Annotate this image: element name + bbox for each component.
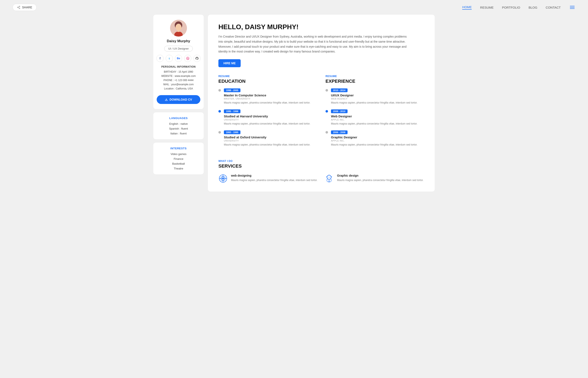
service-item-2: Graphic design Mauris magna sapien, phar… [324,174,424,183]
behance-icon[interactable]: Be [175,55,182,62]
avatar [170,20,187,37]
edu-title-1: Master In Computer Science [224,94,310,97]
download-label: DOWNLOAD CV [170,98,192,101]
edu-sub-1: MASTER, UNIVERSITY [224,97,310,100]
download-cv-button[interactable]: DOWNLOAD CV [157,95,200,104]
education-item-1: 1998 - 2005 Master In Computer Science M… [218,88,317,105]
nav-contact[interactable]: CONTACT [546,6,561,9]
social-icons: f t Be [157,55,200,62]
exp-desc-3: Mauris magna sapien, pharetra consectetu… [331,143,417,147]
service-desc-2: Mauris magna sapien, pharetra consectetu… [337,178,424,182]
education-section: RESUME EDUCATION 1998 - 2005 Master In C… [218,75,317,151]
service-title-2: Graphic design [337,174,424,177]
services-label: WHAT I DO [218,160,424,162]
experience-title: EXPERIENCE [325,79,424,84]
timeline-dot-3 [218,131,221,134]
share-label: SHARE [22,6,32,9]
timeline-dot-1 [218,89,221,92]
web-design-icon [218,174,228,183]
exp-badge-1: 2010 - 2014 [331,88,347,92]
exp-dot-3 [325,131,328,134]
exp-sub-2: Apple Inc. [331,119,417,121]
service-desc-1: Mauris magna sapien, pharetra consectetu… [231,178,318,182]
birthday-info: BIRTHDAY : 15 April 1990 [157,70,200,73]
services-title: SERVICES [218,163,424,169]
svg-line-4 [18,7,19,7]
profile-title: UI / UX Designer [164,46,193,52]
nav-blog[interactable]: BLOG [529,6,537,9]
svg-point-7 [175,24,181,30]
experience-section: RESUME EXPERIENCE 2010 - 2014 UI/UX Desi… [325,75,424,151]
dribbble-icon[interactable] [184,55,191,62]
phone-info: PHONE : +1 123 000 4444 [157,79,200,82]
education-item-3: 1993 - 1995 Studied at Oxford University… [218,130,317,147]
topnav: SHARE HOME RESUME PORTFOLIO BLOG CONTACT [0,0,588,15]
share-button[interactable]: SHARE [13,4,37,11]
exp-title-3: Graphic Designer [331,135,417,139]
share-icon [17,6,20,9]
experience-item-1: 2010 - 2014 UI/UX Designer Web Agency Ma… [325,88,424,105]
edu-desc-3: Mauris magna sapien, pharetra consectetu… [224,143,310,147]
nav-resume[interactable]: RESUME [480,6,494,9]
nav-links: HOME RESUME PORTFOLIO BLOG CONTACT [462,5,575,10]
edu-badge-1: 1998 - 2005 [224,88,241,92]
svg-line-3 [18,8,19,8]
exp-badge-2: 2008 - 2010 [331,109,347,113]
experience-resume-label: RESUME [325,75,424,78]
interest-4: Theatre [174,167,183,170]
interest-2: Finance [174,157,183,161]
education-resume-label: RESUME [218,75,317,78]
services-section: WHAT I DO SERVICES web designin [218,160,424,183]
twitter-icon[interactable]: t [166,55,173,62]
exp-dot-1 [325,89,328,92]
service-item-1: web designing Mauris magna sapien, phare… [218,174,318,183]
resume-row: RESUME EDUCATION 1998 - 2005 Master In C… [218,75,424,151]
exp-title-1: UI/UX Designer [331,94,417,97]
edu-sub-3: UNIVERSITY [224,139,310,142]
page-description: I'm Creative Director and UI/UX Designer… [218,34,407,54]
edu-badge-2: 1995 - 1998 [224,109,241,113]
nav-home[interactable]: HOME [462,5,472,10]
languages-title: LANGUAGES [169,117,188,120]
svg-point-2 [19,8,20,9]
experience-item-2: 2008 - 2010 Web Designer Apple Inc. Maur… [325,109,424,126]
language-2: Spanish : fluent [169,127,188,130]
hire-me-button[interactable]: HIRE ME [218,59,241,67]
edu-badge-3: 1993 - 1995 [224,130,241,134]
language-1: English : native [169,122,188,125]
services-grid: web designing Mauris magna sapien, phare… [218,174,424,183]
education-title: EDUCATION [218,79,317,84]
svg-point-21 [328,176,330,178]
edu-title-2: Studied at Harvard University [224,114,310,118]
github-icon[interactable] [193,55,200,62]
service-title-1: web designing [231,174,318,177]
svg-point-0 [19,6,20,7]
edu-desc-1: Mauris magna sapien, pharetra consectetu… [224,101,310,105]
timeline-dot-2 [218,110,221,113]
edu-sub-2: UNIVERSITY [224,119,310,121]
edu-title-3: Studied at Oxford University [224,135,310,139]
interest-1: Video games [171,152,187,156]
language-3: Italian : fluent [170,132,187,135]
sidebar: Daisy Murphy UI / UX Designer f t Be PER… [153,15,208,191]
interests-title: INTERESTS [170,147,187,150]
facebook-icon[interactable]: f [157,55,164,62]
main-content: HELLO, DAISY MURPHY! I'm Creative Direct… [208,15,435,191]
exp-desc-1: Mauris magna sapien, pharetra consectetu… [331,101,417,105]
interests-card: INTERESTS Video games Finance Basketball… [153,143,204,174]
experience-item-3: 2006 - 2008 Graphic Designer Apple Inc. … [325,130,424,147]
personal-info-title: PERSONAL INFORMATION [157,65,200,68]
mail-info: MAIL : your@example.com [157,83,200,86]
main-layout: Daisy Murphy UI / UX Designer f t Be PER… [147,15,441,200]
graphic-design-icon [324,174,334,183]
sidebar-profile-card: Daisy Murphy UI / UX Designer f t Be PER… [153,15,204,109]
nav-portfolio[interactable]: PORTFOLIO [502,6,520,9]
page-title: HELLO, DAISY MURPHY! [218,23,424,31]
profile-name: Daisy Murphy [167,39,190,43]
hamburger-menu[interactable] [569,5,575,10]
personal-info-section: PERSONAL INFORMATION BIRTHDAY : 15 April… [157,65,200,91]
exp-sub-1: Web Agency [331,97,417,100]
location-info: Location : California, USA [157,87,200,90]
exp-desc-2: Mauris magna sapien, pharetra consectetu… [331,122,417,126]
education-item-2: 1995 - 1998 Studied at Harvard Universit… [218,109,317,126]
